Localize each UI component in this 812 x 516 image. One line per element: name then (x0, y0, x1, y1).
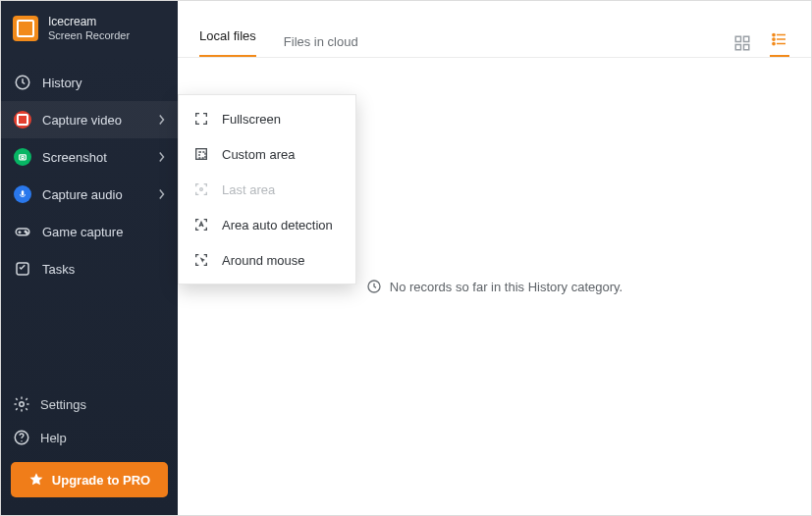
svg-point-9 (20, 402, 25, 407)
sidebar-item-history[interactable]: History (1, 64, 178, 101)
sidebar-item-screenshot[interactable]: Screenshot (1, 138, 178, 176)
fullscreen-icon (192, 110, 210, 128)
svg-point-18 (773, 42, 775, 44)
flyout-item-label: Area auto detection (222, 218, 333, 232)
sidebar-item-label: Capture video (42, 113, 122, 128)
mic-icon (13, 184, 32, 204)
svg-rect-21 (199, 152, 205, 158)
grid-view-button[interactable] (732, 33, 752, 53)
tab-label: Files in cloud (284, 34, 358, 49)
list-view-button[interactable] (770, 29, 789, 57)
sidebar-item-label: Game capture (42, 225, 123, 239)
sidebar-item-label: Tasks (42, 262, 75, 277)
gamepad-icon (13, 222, 32, 241)
flyout-item-label: Last area (222, 182, 275, 197)
sidebar-item-capture-video[interactable]: Capture video (1, 101, 178, 138)
app-title: Icecream Screen Recorder (48, 15, 130, 42)
history-icon (13, 73, 32, 92)
camera-icon (13, 147, 32, 167)
svg-rect-12 (735, 36, 740, 41)
help-icon (13, 429, 30, 446)
upgrade-label: Upgrade to PRO (52, 473, 150, 488)
sidebar: History Capture video Screenshot Capture… (1, 56, 178, 515)
svg-rect-4 (22, 190, 25, 195)
sidebar-item-settings[interactable]: Settings (1, 387, 178, 421)
sidebar-item-label: Screenshot (42, 150, 107, 165)
flyout-item-area-auto-detection[interactable]: Area auto detection (179, 207, 355, 242)
svg-point-16 (773, 33, 775, 35)
empty-text: No records so far in this History catego… (390, 280, 623, 294)
sidebar-item-label: Capture audio (42, 187, 123, 202)
gear-icon (13, 395, 30, 413)
svg-rect-13 (744, 36, 749, 41)
chevron-right-icon (158, 188, 166, 200)
around-mouse-icon (192, 251, 210, 269)
tasks-icon (13, 259, 32, 279)
empty-state: No records so far in this History catego… (366, 279, 623, 294)
svg-point-3 (22, 156, 25, 159)
last-area-icon (192, 181, 210, 198)
app-name: Icecream (48, 15, 130, 28)
settings-label: Settings (40, 397, 86, 412)
flyout-item-label: Around mouse (222, 253, 305, 268)
flyout-item-label: Fullscreen (222, 112, 281, 127)
svg-point-7 (27, 232, 28, 234)
help-label: Help (40, 431, 67, 445)
chevron-right-icon (158, 114, 166, 126)
svg-rect-14 (735, 45, 740, 50)
record-icon (13, 110, 32, 129)
star-icon (28, 472, 44, 488)
flyout-item-around-mouse[interactable]: Around mouse (179, 242, 355, 278)
clock-icon (366, 279, 382, 294)
tabs: Local files Files in cloud (178, 1, 811, 58)
svg-point-17 (773, 38, 775, 40)
sidebar-item-game-capture[interactable]: Game capture (1, 213, 178, 250)
svg-point-22 (200, 188, 203, 191)
app-window: { "app": {"name": "Icecream", "subtitle"… (0, 0, 812, 516)
sidebar-nav: History Capture video Screenshot Capture… (1, 56, 178, 287)
flyout-item-label: Custom area (222, 147, 295, 162)
svg-point-11 (21, 440, 23, 442)
svg-rect-8 (17, 263, 28, 275)
auto-detect-icon (192, 216, 210, 233)
app-subtitle: Screen Recorder (48, 28, 130, 42)
flyout-item-last-area: Last area (179, 172, 355, 207)
upgrade-button[interactable]: Upgrade to PRO (11, 462, 168, 497)
flyout-item-fullscreen[interactable]: Fullscreen (179, 101, 355, 136)
svg-rect-15 (744, 45, 749, 50)
tab-local-files[interactable]: Local files (199, 20, 256, 57)
chevron-right-icon (158, 151, 166, 163)
tab-files-in-cloud[interactable]: Files in cloud (284, 26, 358, 57)
sidebar-item-capture-audio[interactable]: Capture audio (1, 176, 178, 213)
view-toggles (732, 29, 789, 57)
sidebar-item-tasks[interactable]: Tasks (1, 250, 178, 287)
app-logo (13, 16, 38, 41)
tab-label: Local files (199, 28, 256, 43)
sidebar-item-help[interactable]: Help (1, 421, 178, 454)
flyout-item-custom-area[interactable]: Custom area (179, 136, 355, 172)
sidebar-item-label: History (42, 76, 81, 90)
capture-video-flyout: Fullscreen Custom area Last area Area au… (178, 94, 356, 284)
titlebar: Icecream Screen Recorder (1, 1, 178, 56)
sidebar-bottom: Settings Help Upgrade to PRO (1, 387, 178, 515)
custom-area-icon (192, 145, 210, 163)
